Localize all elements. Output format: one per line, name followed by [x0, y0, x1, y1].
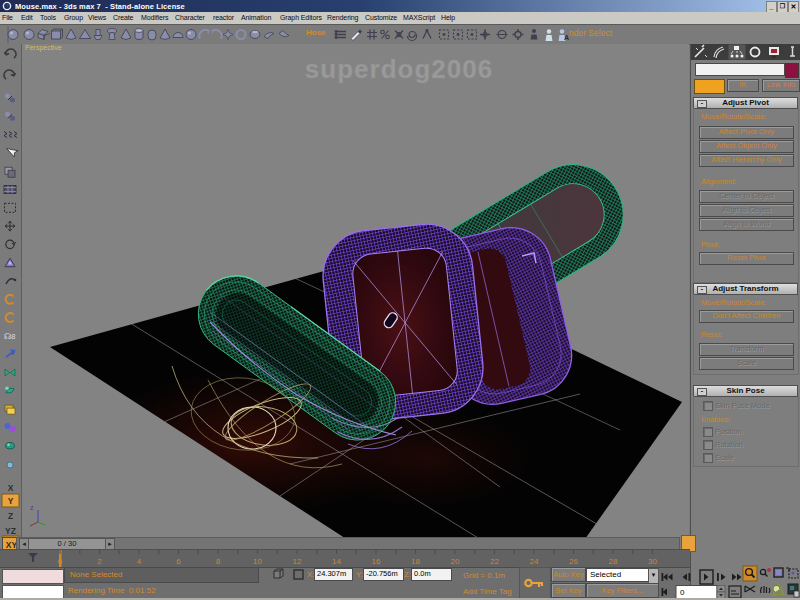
svg-text:18: 18	[411, 557, 420, 566]
svg-text:Y: Y	[8, 496, 14, 506]
svg-text:z: z	[30, 504, 34, 511]
svg-text:26: 26	[569, 557, 578, 566]
svg-text:24: 24	[530, 557, 539, 566]
svg-text:2: 2	[97, 557, 102, 566]
svg-text:28: 28	[609, 557, 618, 566]
svg-text:8: 8	[216, 557, 221, 566]
svg-text:12: 12	[293, 557, 302, 566]
svg-text:6: 6	[176, 557, 181, 566]
svg-text:4: 4	[137, 557, 142, 566]
svg-text:22: 22	[490, 557, 499, 566]
svg-text:20: 20	[451, 557, 460, 566]
svg-text:10: 10	[253, 557, 262, 566]
svg-text:YZ: YZ	[5, 526, 16, 536]
svg-text:30: 30	[648, 557, 657, 566]
svg-text:Z: Z	[8, 511, 13, 521]
svg-text:X: X	[8, 483, 14, 493]
svg-text:16: 16	[372, 557, 381, 566]
svg-text:0: 0	[680, 588, 685, 597]
svg-text:☊8: ☊8	[4, 332, 16, 341]
svg-text:superdog2006: superdog2006	[305, 54, 493, 84]
svg-text:0: 0	[58, 557, 63, 566]
svg-text:14: 14	[332, 557, 341, 566]
